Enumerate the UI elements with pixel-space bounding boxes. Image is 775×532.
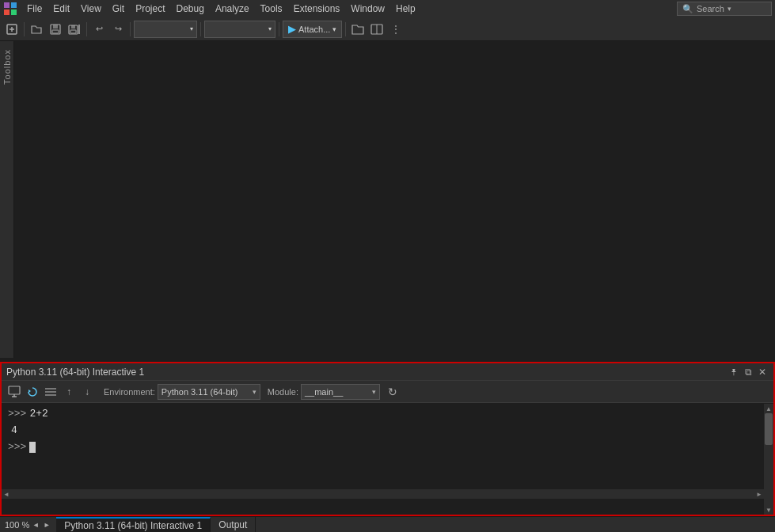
scrollbar-down-arrow[interactable]: ▼: [764, 505, 773, 515]
svg-rect-12: [71, 25, 75, 28]
menu-analyze[interactable]: Analyze: [211, 2, 254, 16]
panel-float-btn[interactable]: ⧉: [742, 366, 754, 378]
search-label: Search: [697, 4, 724, 13]
svg-rect-8: [53, 25, 58, 28]
menu-file[interactable]: File: [22, 2, 47, 16]
toolbar-save-all-btn[interactable]: [66, 21, 83, 38]
panel-title-bar: Python 3.11 (64-bit) Interactive 1 🖈 ⧉ ✕: [2, 363, 773, 381]
toolbar-sep-5: [279, 22, 279, 36]
scrollbar-track[interactable]: [764, 413, 773, 505]
env-value: Python 3.11 (64-bit): [161, 387, 238, 397]
toolbar-sep-1: [24, 22, 25, 36]
toolbar-undo-btn[interactable]: ↩: [90, 21, 108, 38]
menu-window[interactable]: Window: [346, 2, 389, 16]
module-dropdown-arrow: ▾: [372, 388, 376, 396]
svg-rect-0: [4, 2, 9, 8]
config-dropdown-arrow: ▾: [190, 25, 193, 32]
menu-edit[interactable]: Edit: [48, 2, 74, 16]
tab-interactive-label: Python 3.11 (64-bit) Interactive 1: [64, 520, 202, 531]
menu-git[interactable]: Git: [108, 2, 129, 16]
panel-close-btn[interactable]: ✕: [756, 366, 769, 378]
app-logo: [3, 2, 17, 16]
toolbar-open-folder-btn[interactable]: [349, 21, 367, 38]
svg-rect-9: [52, 30, 59, 33]
toolbar-save-btn[interactable]: [47, 21, 64, 38]
attach-dropdown-arrow: ▾: [332, 25, 336, 33]
console-line-3: >>>: [8, 439, 767, 456]
toolbar-open-btn[interactable]: [28, 21, 45, 38]
text-cursor: [29, 442, 36, 453]
env-dropdown[interactable]: Python 3.11 (64-bit) ▾: [158, 384, 260, 400]
zoom-value: 100 %: [5, 520, 29, 530]
platform-dropdown-arrow: ▾: [268, 25, 272, 32]
menu-debug[interactable]: Debug: [172, 2, 209, 16]
scrollbar-thumb[interactable]: [765, 413, 773, 445]
hscroll-left-arrow[interactable]: ◄: [2, 489, 11, 499]
interactive-panel: Python 3.11 (64-bit) Interactive 1 🖈 ⧉ ✕: [0, 362, 775, 516]
input-1: 2+2: [29, 406, 47, 423]
svg-marker-19: [28, 390, 31, 393]
console-line-1: >>> 2+2: [8, 406, 767, 423]
search-dropdown-arrow: ▾: [728, 5, 731, 13]
env-label: Environment:: [104, 387, 155, 397]
panel-title: Python 3.11 (64-bit) Interactive 1: [6, 367, 726, 378]
bottom-tabs: 100 % ◄ ► Python 3.11 (64-bit) Interacti…: [0, 516, 775, 532]
svg-rect-1: [11, 2, 17, 8]
console-content[interactable]: >>> 2+2 4 >>>: [2, 403, 773, 497]
menu-view[interactable]: View: [76, 2, 106, 16]
menu-bar: File Edit View Git Project Debug Analyze…: [0, 0, 775, 17]
tab-output-label: Output: [218, 519, 247, 530]
svg-rect-3: [11, 10, 17, 15]
zoom-status: 100 % ◄ ►: [0, 520, 56, 530]
menu-extensions[interactable]: Extensions: [289, 2, 345, 16]
toolbar-redo-btn[interactable]: ↪: [109, 21, 127, 38]
prompt-2: >>>: [8, 439, 26, 456]
tab-output[interactable]: Output: [211, 517, 256, 533]
toolbar-layout-btn[interactable]: [368, 21, 386, 38]
attach-button[interactable]: ▶ Attach... ▾: [283, 21, 342, 38]
toolbar: ↩ ↪ ▾ ▾ ▶ Attach... ▾ ⋮: [0, 17, 775, 41]
panel-reset-btn[interactable]: [6, 384, 22, 400]
output-1: 4: [8, 423, 17, 439]
zoom-increase-btn[interactable]: ►: [42, 520, 51, 530]
prompt-1: >>>: [8, 406, 26, 423]
zoom-decrease-btn[interactable]: ◄: [31, 520, 40, 530]
search-icon: 🔍: [682, 4, 693, 14]
panel-pin-btn[interactable]: 🖈: [728, 366, 740, 378]
svg-rect-16: [9, 386, 20, 394]
env-dropdown-arrow: ▾: [253, 388, 256, 396]
menu-project[interactable]: Project: [131, 2, 169, 16]
panel-vertical-scrollbar[interactable]: ▲ ▼: [764, 404, 773, 515]
toolbar-platform-dropdown[interactable]: ▾: [204, 21, 275, 38]
menu-tools[interactable]: Tools: [256, 2, 287, 16]
up-icon: ↑: [66, 386, 71, 397]
panel-list-btn[interactable]: [43, 384, 59, 400]
tab-interactive[interactable]: Python 3.11 (64-bit) Interactive 1: [56, 517, 211, 533]
hscroll-right-arrow[interactable]: ►: [754, 489, 764, 499]
panel-restart-btn[interactable]: [25, 384, 40, 400]
attach-label: Attach...: [298, 25, 330, 34]
scrollbar-up-arrow[interactable]: ▲: [764, 404, 773, 413]
panel-horizontal-scrollbar[interactable]: ◄ ►: [2, 489, 764, 499]
svg-rect-2: [4, 10, 9, 15]
play-icon: ▶: [288, 23, 296, 35]
menu-search-box[interactable]: 🔍 Search ▾: [677, 2, 772, 16]
toolbar-extra-btn[interactable]: ⋮: [387, 21, 405, 38]
menu-help[interactable]: Help: [391, 2, 420, 16]
down-icon: ↓: [85, 386, 89, 397]
module-value: __main__: [305, 387, 343, 397]
toolbar-sep-4: [200, 22, 201, 36]
panel-toolbar: ↑ ↓ Environment: Python 3.11 (64-bit) ▾ …: [2, 381, 773, 403]
console-line-2: 4: [8, 423, 767, 439]
hscroll-track[interactable]: [11, 489, 754, 499]
svg-rect-11: [70, 30, 76, 33]
toolbox-panel[interactable]: Toolbox: [0, 41, 14, 358]
toolbar-sep-6: [345, 22, 346, 36]
panel-up-btn[interactable]: ↑: [61, 384, 77, 400]
module-dropdown[interactable]: __main__ ▾: [301, 384, 380, 400]
panel-refresh-btn[interactable]: ↻: [385, 384, 401, 400]
toolbar-new-project-btn[interactable]: [3, 21, 21, 38]
toolbar-config-dropdown[interactable]: ▾: [134, 21, 197, 38]
panel-down-btn[interactable]: ↓: [79, 384, 95, 400]
module-label: Module:: [268, 387, 298, 397]
